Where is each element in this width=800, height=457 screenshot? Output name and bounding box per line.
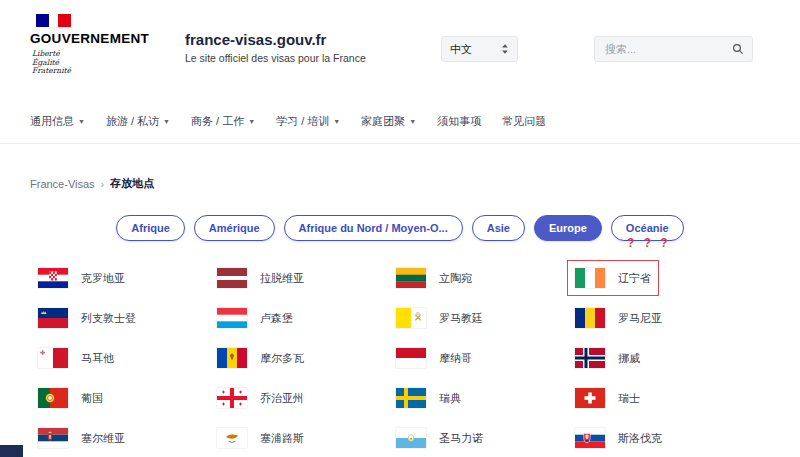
portugal-flag-icon [38, 388, 68, 408]
search-icon[interactable] [732, 43, 744, 55]
nav-item-label: 常见问题 [502, 114, 546, 129]
nav-item-1[interactable]: 通用信息▼ [30, 114, 85, 129]
ireland-flag-icon [575, 268, 605, 288]
tab-europe[interactable]: Europe [534, 215, 602, 241]
country-label: 葡国 [81, 391, 103, 406]
country-label: 摩纳哥 [439, 351, 472, 366]
motto: Liberté Égalité Fraternité [32, 50, 149, 76]
latvia-flag-icon [217, 268, 247, 288]
country-item-ireland[interactable]: 辽宁省 [575, 268, 651, 288]
gouvernement-wordmark: GOUVERNEMENT [30, 31, 149, 46]
language-selector[interactable]: 中文 [441, 36, 518, 62]
country-label: 罗马教廷 [439, 311, 483, 326]
breadcrumb: France-Visas › 存放地点 [30, 176, 154, 191]
updown-arrows-icon [501, 43, 509, 55]
motto-line: Fraternité [32, 67, 149, 76]
nav-item-4[interactable]: 学习 / 培训▼ [276, 114, 340, 129]
nav-item-5[interactable]: 家庭团聚▼ [361, 114, 416, 129]
main-nav: 通用信息▼旅游 / 私访▼商务 / 工作▼学习 / 培训▼家庭团聚▼须知事项常见… [30, 114, 546, 129]
tab-afrique-du-nord-moyen-o[interactable]: Afrique du Nord / Moyen-O... [284, 215, 463, 241]
country-item-liechtenstein[interactable]: 列支敦士登 [38, 308, 136, 328]
chevron-down-icon: ▼ [163, 118, 170, 125]
breadcrumb-current: 存放地点 [110, 176, 154, 191]
continent-tabs: AfriqueAmériqueAfrique du Nord / Moyen-O… [0, 215, 800, 241]
luxembourg-flag-icon [217, 308, 247, 328]
country-label: 罗马尼亚 [618, 311, 662, 326]
tab-asie[interactable]: Asie [472, 215, 525, 241]
country-item-luxembourg[interactable]: 卢森堡 [217, 308, 293, 328]
country-label: 乔治亚州 [260, 391, 304, 406]
country-label: 挪威 [618, 351, 640, 366]
site-title[interactable]: france-visas.gouv.fr [185, 31, 366, 48]
country-item-switzerland[interactable]: 瑞士 [575, 388, 640, 408]
slovakia-flag-icon [575, 428, 605, 448]
country-label: 斯洛伐克 [618, 431, 662, 446]
breadcrumb-separator: › [101, 178, 105, 190]
norway-flag-icon [575, 348, 605, 368]
nav-item-3[interactable]: 商务 / 工作▼ [191, 114, 255, 129]
country-label: 摩尔多瓦 [260, 351, 304, 366]
vatican-flag-icon [396, 308, 426, 328]
nav-item-label: 商务 / 工作 [191, 114, 244, 129]
country-label: 列支敦士登 [81, 311, 136, 326]
country-label: 立陶宛 [439, 271, 472, 286]
nav-item-label: 须知事项 [437, 114, 481, 129]
lithuania-flag-icon [396, 268, 426, 288]
nav-item-label: 家庭团聚 [361, 114, 405, 129]
language-value: 中文 [450, 42, 472, 57]
sanmarino-flag-icon [396, 428, 426, 448]
country-item-slovakia[interactable]: 斯洛伐克 [575, 428, 662, 448]
switzerland-flag-icon [575, 388, 605, 408]
georgia-flag-icon [217, 388, 247, 408]
search-input[interactable] [603, 42, 732, 56]
country-item-vatican[interactable]: 罗马教廷 [396, 308, 483, 328]
nav-item-2[interactable]: 旅游 / 私访▼ [106, 114, 170, 129]
gouvernement-logo: GOUVERNEMENT Liberté Égalité Fraternité [30, 14, 149, 76]
country-item-lithuania[interactable]: 立陶宛 [396, 268, 472, 288]
country-label: 塞尔维亚 [81, 431, 125, 446]
malta-flag-icon [38, 348, 68, 368]
nav-item-label: 通用信息 [30, 114, 74, 129]
nav-item-7[interactable]: 常见问题 [502, 114, 546, 129]
country-item-sanmarino[interactable]: 圣马力诺 [396, 428, 483, 448]
page: GOUVERNEMENT Liberté Égalité Fraternité … [0, 0, 800, 457]
country-item-serbia[interactable]: 塞尔维亚 [38, 428, 125, 448]
country-item-latvia[interactable]: 拉脱维亚 [217, 268, 304, 288]
country-label: 瑞士 [618, 391, 640, 406]
chevron-down-icon: ▼ [333, 118, 340, 125]
country-item-croatia[interactable]: 克罗地亚 [38, 268, 125, 288]
tab-amerique[interactable]: Amérique [194, 215, 275, 241]
romania-flag-icon [575, 308, 605, 328]
country-item-portugal[interactable]: 葡国 [38, 388, 103, 408]
breadcrumb-home-link[interactable]: France-Visas [30, 178, 95, 190]
country-item-malta[interactable]: 马耳他 [38, 348, 114, 368]
country-item-georgia[interactable]: 乔治亚州 [217, 388, 304, 408]
nav-item-6[interactable]: 须知事项 [437, 114, 481, 129]
footer-edge [0, 445, 23, 457]
annotation-question-marks: ? ? ? [627, 236, 671, 250]
liechtenstein-flag-icon [38, 308, 68, 328]
country-label: 克罗地亚 [81, 271, 125, 286]
country-label: 辽宁省 [618, 271, 651, 286]
country-label: 圣马力诺 [439, 431, 483, 446]
country-item-romania[interactable]: 罗马尼亚 [575, 308, 662, 328]
chevron-down-icon: ▼ [248, 118, 255, 125]
country-label: 马耳他 [81, 351, 114, 366]
search-box[interactable] [594, 36, 753, 62]
nav-item-label: 旅游 / 私访 [106, 114, 159, 129]
french-flag-icon [36, 14, 149, 27]
country-item-moldova[interactable]: 摩尔多瓦 [217, 348, 304, 368]
country-item-cyprus[interactable]: 塞浦路斯 [217, 428, 304, 448]
country-item-sweden[interactable]: 瑞典 [396, 388, 461, 408]
sweden-flag-icon [396, 388, 426, 408]
serbia-flag-icon [38, 428, 68, 448]
site-title-block[interactable]: france-visas.gouv.fr Le site officiel de… [185, 31, 366, 64]
divider [0, 143, 800, 144]
country-item-norway[interactable]: 挪威 [575, 348, 640, 368]
country-label: 卢森堡 [260, 311, 293, 326]
country-item-monaco[interactable]: 摩纳哥 [396, 348, 472, 368]
site-subtitle: Le site officiel des visas pour la Franc… [185, 52, 366, 64]
tab-afrique[interactable]: Afrique [116, 215, 185, 241]
country-label: 瑞典 [439, 391, 461, 406]
chevron-down-icon: ▼ [78, 118, 85, 125]
